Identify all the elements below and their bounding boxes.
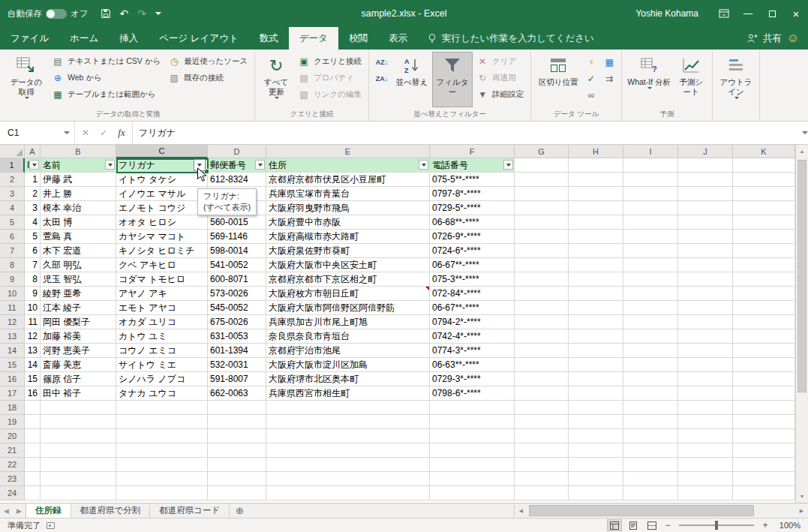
cell-D13[interactable]: 631-0053 [208,329,266,344]
cell-J24[interactable] [678,486,733,500]
cell-G15[interactable] [515,358,569,372]
confirm-entry-button[interactable]: ✓ [95,128,113,138]
cell-E11[interactable]: 大阪府大阪市阿倍野区阿倍野筋 [266,301,430,315]
column-header-H[interactable]: H [569,145,623,158]
page-layout-view-button[interactable] [626,519,641,531]
new-sheet-button[interactable]: ⊕ [230,503,249,518]
cell-B23[interactable] [41,472,116,486]
cell-E22[interactable] [266,458,430,472]
cell-H14[interactable] [569,344,623,358]
cell-I6[interactable] [623,230,678,244]
sheet-tab-todofuken-code[interactable]: 都道府県コード [150,503,230,518]
cell-E1[interactable]: 住所 [266,158,430,173]
cell-K19[interactable] [733,415,795,429]
cell-E5[interactable]: 大阪府豊中市赤阪 [266,215,430,230]
cell-B17[interactable]: 田中 裕子 [41,386,116,401]
cell-B21[interactable] [41,443,116,458]
clear-filter-button[interactable]: ✕ クリア [473,53,527,70]
cell-E12[interactable]: 兵庫県加古川市尾上町旭 [266,315,430,329]
cell-I14[interactable] [623,344,678,358]
existing-connections-button[interactable]: ▧ 既存の接続 [164,70,251,86]
cell-I7[interactable] [623,244,678,258]
sheet-nav-left-button[interactable]: ◀ [0,503,13,518]
cell-A22[interactable] [25,458,41,472]
cell-J23[interactable] [678,472,733,486]
row-header-18[interactable]: 18 [0,401,25,415]
cell-H21[interactable] [569,443,623,458]
cell-C6[interactable]: カヤシマ マコト [116,230,208,244]
relationships-button[interactable]: ∞ [582,87,600,104]
cell-I1[interactable] [623,158,678,173]
data-validation-button[interactable]: ✓ [582,71,600,87]
cell-K24[interactable] [733,486,795,500]
ribbon-display-options-button[interactable] [712,0,736,27]
cell-J12[interactable] [678,315,733,329]
cell-F20[interactable] [430,429,515,443]
row-header-6[interactable]: 6 [0,230,25,244]
cell-F19[interactable] [430,415,515,429]
cell-G8[interactable] [515,258,569,272]
cell-K14[interactable] [733,344,795,358]
cell-J14[interactable] [678,344,733,358]
row-header-21[interactable]: 21 [0,443,25,458]
cell-H10[interactable] [569,287,623,301]
formula-input[interactable]: フリガナ [133,122,793,144]
row-header-8[interactable]: 8 [0,258,25,272]
cell-H20[interactable] [569,429,623,443]
cell-D22[interactable] [208,458,266,472]
cell-D19[interactable] [208,415,266,429]
cell-J17[interactable] [678,386,733,401]
from-web-button[interactable]: ⊕ Web から [48,70,164,86]
cell-A19[interactable] [25,415,41,429]
cell-F23[interactable] [430,472,515,486]
save-button[interactable] [101,8,111,19]
redo-button[interactable]: ↷ [137,8,146,20]
cell-D21[interactable] [208,443,266,458]
row-header-5[interactable]: 5 [0,215,25,230]
horizontal-scroll-thumb[interactable] [529,505,754,516]
cell-B10[interactable]: 綾野 亜希 [41,287,116,301]
cell-K8[interactable] [733,258,795,272]
cell-K6[interactable] [733,230,795,244]
row-header-9[interactable]: 9 [0,272,25,287]
cell-A9[interactable]: 8 [25,272,41,287]
cell-I10[interactable] [623,287,678,301]
cell-B24[interactable] [41,486,116,500]
cancel-entry-button[interactable]: ✕ [77,128,95,138]
cell-K3[interactable] [733,187,795,201]
cell-C7[interactable]: キノシタ ヒロミチ [116,244,208,258]
cell-A3[interactable]: 2 [25,187,41,201]
cell-E8[interactable]: 大阪府大阪市中央区安土町 [266,258,430,272]
cell-J6[interactable] [678,230,733,244]
cell-K17[interactable] [733,386,795,401]
qat-customize-button[interactable] [155,9,161,18]
cell-E13[interactable]: 奈良県奈良市青垣台 [266,329,430,344]
cell-C20[interactable] [116,429,208,443]
column-header-A[interactable]: A [25,145,41,158]
cell-B14[interactable]: 河野 恵美子 [41,344,116,358]
outline-button[interactable]: アウトライン [716,52,756,107]
cell-C8[interactable]: クベ アキヒロ [116,258,208,272]
sheet-tab-todofuken-bunkatsu[interactable]: 都道府県で分割 [71,503,151,518]
row-header-11[interactable]: 11 [0,301,25,315]
cell-G10[interactable] [515,287,569,301]
cell-F2[interactable]: 075-5**-**** [430,173,515,187]
column-header-G[interactable]: G [515,145,569,158]
cell-C4[interactable]: エノモト コウジ [116,201,208,215]
flash-fill-button[interactable]: ⚡ [582,54,600,71]
cell-D20[interactable] [208,429,266,443]
autosave-toggle[interactable]: 自動保存 オフ [8,8,89,20]
cell-F3[interactable]: 0797-8*-**** [430,187,515,201]
sort-ascending-button[interactable]: AZ↓ [372,54,392,70]
cell-C5[interactable]: オオタ ヒロシ [116,215,208,230]
cell-B15[interactable]: 斎藤 美恵 [41,358,116,372]
cell-B16[interactable]: 篠原 信子 [41,372,116,386]
column-header-B[interactable]: B [41,145,116,158]
cell-D24[interactable] [208,486,266,500]
cell-B19[interactable] [41,415,116,429]
filter-dropdown-D1[interactable] [255,160,265,170]
sort-button[interactable]: AZ 並べ替え [392,52,432,107]
cell-I11[interactable] [623,301,678,315]
cell-B9[interactable]: 児玉 智弘 [41,272,116,287]
zoom-slider-thumb[interactable] [715,521,718,530]
